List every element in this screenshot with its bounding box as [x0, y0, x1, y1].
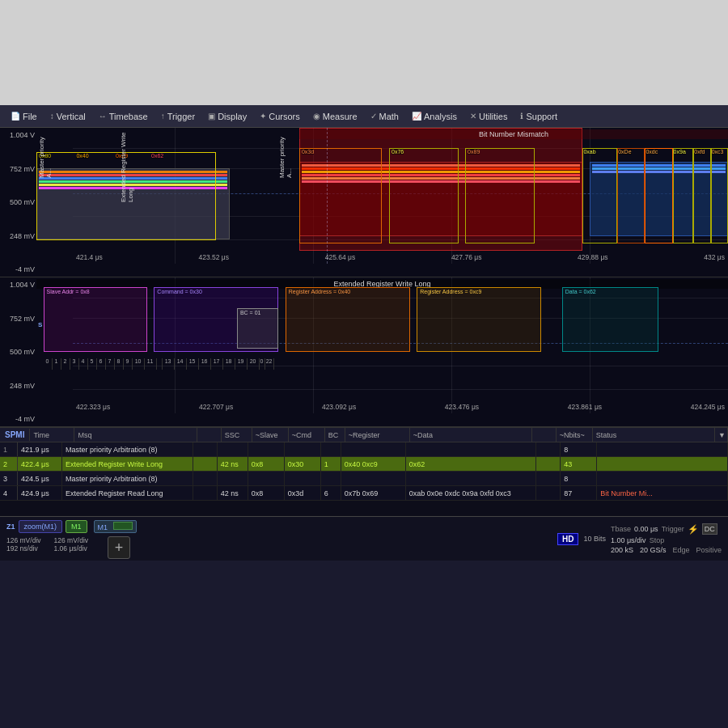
menu-measure[interactable]: ◉ Measure	[307, 110, 363, 123]
menu-bar: 📄 File ↕ Vertical ↔ Timebase ↑ Trigger ▣…	[0, 105, 728, 128]
waveform-bottom: 1.004 V 752 mV 500 mV 248 mV -4 mV Exten…	[0, 277, 728, 427]
menu-analysis[interactable]: 📈 Analysis	[406, 110, 463, 123]
signal-box-yellow3: 0x89	[465, 148, 535, 243]
th-bc: BC	[325, 428, 345, 442]
tbase-row-1: Tbase 0.00 μs Trigger ⚡ DC	[611, 523, 722, 535]
menu-trigger[interactable]: ↑ Trigger	[155, 110, 201, 123]
td-data-2: 0x62	[406, 457, 537, 471]
td-reg-3	[341, 472, 406, 485]
y-axis-bottom: 1.004 V 752 mV 500 mV 248 mV -4 mV	[0, 277, 36, 426]
td-msq-1: Master priority Arbitration (8)	[62, 442, 193, 456]
td-ssc-3	[218, 472, 248, 485]
menu-display[interactable]: ▣ Display	[202, 110, 252, 123]
td-nbits-1: 8	[561, 442, 597, 456]
m1-value-box: M1	[94, 520, 137, 533]
td-status-4: Bit Number Mi...	[597, 486, 728, 500]
scale-div: 126 mV/div 1.06 μs/div	[54, 536, 89, 559]
table-row-4[interactable]: 4 424.9 μs Extended Register Read Long 4…	[0, 486, 728, 501]
td-bc-1	[321, 442, 341, 456]
signal-box-yellow2: 0x76	[389, 148, 459, 243]
signal-box-r1: 0xab	[582, 148, 617, 243]
td-time-3: 424.5 μs	[18, 472, 62, 485]
menu-cursors[interactable]: ✦ Cursors	[254, 110, 306, 123]
td-cmd-4: 0x3d	[285, 486, 321, 500]
menu-utilities[interactable]: ✕ Utilities	[464, 110, 513, 123]
td-e2-3	[536, 472, 561, 485]
td-cmd-2: 0x30	[285, 457, 321, 471]
signal-box-r4: 0x9a	[673, 148, 694, 243]
td-id-4: 4	[0, 486, 18, 500]
extended-label-top: Extended Register Write Long	[120, 129, 134, 202]
th-time: Time	[30, 428, 74, 442]
y-axis-top: 1.004 V 752 mV 500 mV 248 mV -4 mV	[0, 128, 36, 277]
td-slave-1	[248, 442, 285, 456]
td-nbits-4: 87	[561, 486, 597, 500]
status-left: Z1 zoom(M1) M1 M1 126 mV/div 192 ns/div …	[0, 517, 162, 561]
menu-math[interactable]: ✓ Math	[365, 110, 404, 123]
td-id-3: 3	[0, 472, 18, 485]
time-axis-top: 421.4 μs 423.52 μs 425.64 μs 427.76 μs 4…	[73, 251, 728, 264]
m1-box[interactable]: M1	[66, 520, 87, 533]
td-e2-2	[536, 457, 561, 471]
tbase-row-2: 1.00 μs/div Stop	[611, 536, 722, 544]
td-reg-1	[341, 442, 406, 456]
decode-bc: BC = 01	[237, 308, 278, 349]
table-row-3[interactable]: 3 424.5 μs Master priority Arbitration (…	[0, 472, 728, 486]
master-label-2: Master priority A...	[278, 129, 293, 178]
y-label-5: -4 mV	[2, 265, 35, 273]
table-row-1[interactable]: 1 421.9 μs Master priority Arbitration (…	[0, 442, 728, 457]
menu-support[interactable]: ℹ Support	[514, 110, 563, 123]
menu-timebase[interactable]: ↔ Timebase	[93, 110, 154, 123]
add-channel-button[interactable]: +	[108, 536, 130, 559]
math-icon: ✓	[370, 112, 377, 121]
td-nbits-2: 43	[561, 457, 597, 471]
td-bc-3	[321, 472, 341, 485]
td-e2-4	[536, 486, 561, 500]
th-data: ~Data	[410, 428, 532, 442]
trigger-icon: ↑	[161, 112, 165, 121]
td-ssc-2: 42 ns	[218, 457, 248, 471]
td-bc-4: 6	[321, 486, 341, 500]
bit-mismatch-label: Bit Number Mismatch	[299, 129, 728, 139]
td-nbits-3: 8	[561, 472, 597, 485]
td-status-2	[597, 457, 728, 471]
th-empty	[197, 428, 222, 442]
waveform-area-bottom: Extended Register Write Long S Slave Add…	[36, 277, 728, 413]
table-row-2[interactable]: 2 422.4 μs Extended Register Write Long …	[0, 457, 728, 472]
cursors-icon: ✦	[260, 112, 266, 121]
td-reg-2: 0x40 0xc9	[341, 457, 406, 471]
analysis-icon: 📈	[412, 112, 421, 121]
y-label-b5: -4 mV	[2, 415, 35, 423]
td-cmd-1	[285, 442, 321, 456]
td-data-4: 0xab 0x0e 0xdc 0x9a 0xfd 0xc3	[406, 486, 537, 500]
scale-info: 126 mV/div 192 ns/div 126 mV/div 1.06 μs…	[6, 536, 155, 559]
td-data-3	[406, 472, 537, 485]
y-label-4: 248 mV	[2, 232, 35, 240]
trigger-label: Trigger	[662, 525, 684, 533]
td-id-2: 2	[0, 457, 18, 471]
td-e1-1	[193, 442, 218, 456]
td-e1-3	[193, 472, 218, 485]
menu-vertical[interactable]: ↕ Vertical	[44, 110, 91, 123]
td-msq-4: Extended Register Read Long	[62, 486, 193, 500]
signal-box-orange: 0x3d	[299, 148, 383, 243]
timebase-icon: ↔	[99, 112, 107, 121]
decode-data: Data = 0x62	[562, 287, 659, 352]
tbase-info: Tbase 0.00 μs Trigger ⚡ DC 1.00 μs/div S…	[611, 523, 722, 554]
trigger-icon: ⚡	[688, 524, 699, 535]
vertical-icon: ↕	[50, 112, 54, 121]
td-bc-2: 1	[321, 457, 341, 471]
zoom-box[interactable]: zoom(M1)	[19, 520, 63, 533]
th-sort[interactable]: ▼	[715, 428, 728, 442]
th-empty2	[532, 428, 557, 442]
menu-file[interactable]: 📄 File	[5, 110, 43, 123]
top-left-label: Master priority A...	[38, 129, 53, 178]
tbase-row-3: 200 kS 20 GS/s Edge Positive	[611, 546, 722, 554]
data-table: SPMI Time Msq SSC ~Slave ~Cmd BC ~Regist…	[0, 427, 728, 516]
hd-badge: HD	[557, 533, 578, 545]
time-axis-bottom: 422.323 μs 422.707 μs 423.092 μs 423.476…	[73, 400, 728, 413]
status-right: HD 10 Bits Tbase 0.00 μs Trigger ⚡ DC 1.…	[551, 517, 728, 561]
trigger-mode: DC	[702, 523, 717, 535]
stop-label: Stop	[650, 536, 665, 544]
file-icon: 📄	[11, 112, 20, 121]
